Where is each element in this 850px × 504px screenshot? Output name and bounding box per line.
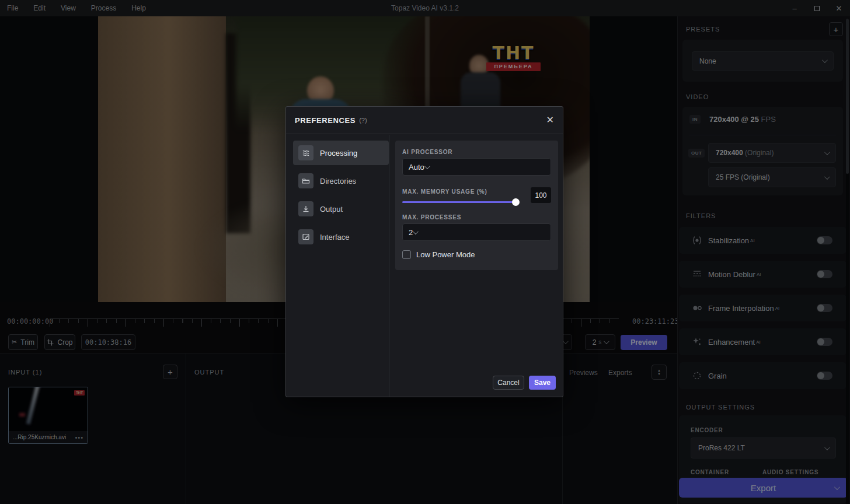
processing-icon bbox=[298, 145, 313, 160]
slider-handle[interactable] bbox=[512, 198, 520, 206]
tab-processing[interactable]: Processing bbox=[293, 141, 389, 165]
chevron-down-icon bbox=[413, 229, 419, 235]
tab-output[interactable]: Output bbox=[293, 197, 389, 221]
tab-label: Directories bbox=[320, 177, 356, 186]
memory-usage-slider[interactable] bbox=[402, 201, 518, 203]
save-button[interactable]: Save bbox=[529, 376, 556, 390]
ai-processor-select[interactable]: Auto bbox=[402, 158, 551, 176]
memory-usage-value-box[interactable]: 100 bbox=[531, 187, 551, 203]
low-power-mode-checkbox[interactable] bbox=[402, 250, 411, 259]
tab-directories[interactable]: Directories bbox=[293, 169, 389, 193]
preferences-dialog: PREFERENCES (?) ✕ Processing Directories bbox=[285, 106, 563, 397]
chevron-down-icon bbox=[424, 163, 430, 169]
memory-usage-value: 100 bbox=[535, 191, 546, 200]
max-processes-value: 2 bbox=[409, 228, 413, 237]
dialog-title: PREFERENCES bbox=[295, 116, 356, 125]
processing-settings-panel: AI PROCESSOR Auto MAX. MEMORY USAGE (%) … bbox=[395, 141, 558, 270]
low-power-mode-label: Low Power Mode bbox=[416, 250, 475, 259]
low-power-mode-row: Low Power Mode bbox=[402, 250, 475, 259]
max-processes-label: MAX. PROCESSES bbox=[402, 214, 461, 220]
max-processes-select[interactable]: 2 bbox=[402, 223, 551, 241]
memory-usage-label: MAX. MEMORY USAGE (%) bbox=[402, 188, 487, 195]
cancel-button[interactable]: Cancel bbox=[493, 376, 524, 390]
edit-interface-icon bbox=[298, 229, 313, 244]
tab-label: Output bbox=[320, 205, 343, 214]
ai-processor-value: Auto bbox=[409, 163, 424, 172]
folder-icon bbox=[298, 173, 313, 188]
topaz-video-ai-window: File Edit View Process Help Topaz Video … bbox=[0, 0, 850, 504]
tab-interface[interactable]: Interface bbox=[293, 225, 389, 249]
dialog-header: PREFERENCES (?) ✕ bbox=[286, 107, 563, 134]
ai-processor-label: AI PROCESSOR bbox=[402, 149, 452, 155]
tab-label: Processing bbox=[320, 149, 357, 158]
download-icon bbox=[298, 201, 313, 216]
tab-label: Interface bbox=[320, 233, 350, 242]
dialog-close-button[interactable]: ✕ bbox=[546, 116, 554, 125]
dialog-help-hint[interactable]: (?) bbox=[359, 117, 367, 124]
dialog-footer: Cancel Save bbox=[493, 376, 556, 390]
dialog-divider bbox=[389, 135, 389, 397]
